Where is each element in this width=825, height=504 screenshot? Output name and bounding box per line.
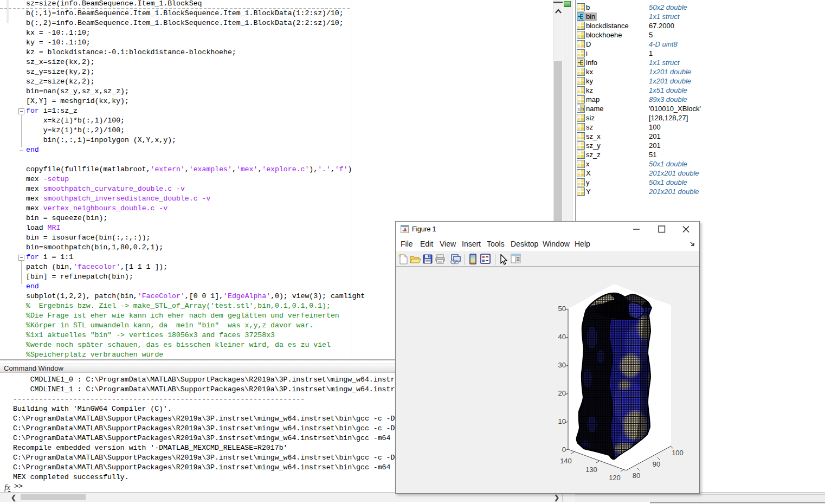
svg-text:90: 90 [653, 460, 660, 468]
svg-text:80: 80 [633, 471, 640, 480]
svg-text:130: 130 [585, 466, 597, 474]
svg-text:40: 40 [558, 333, 566, 341]
svg-text:100: 100 [672, 449, 684, 457]
svg-text:140: 140 [560, 457, 572, 465]
svg-text:120: 120 [609, 474, 621, 482]
svg-text:c: c [578, 106, 581, 112]
svg-text:30: 30 [558, 361, 566, 369]
svg-text:50: 50 [558, 305, 566, 313]
svg-text:0: 0 [562, 445, 566, 454]
svg-text:h: h [581, 106, 584, 112]
svg-text:20: 20 [558, 389, 566, 397]
svg-text:10: 10 [558, 417, 566, 425]
